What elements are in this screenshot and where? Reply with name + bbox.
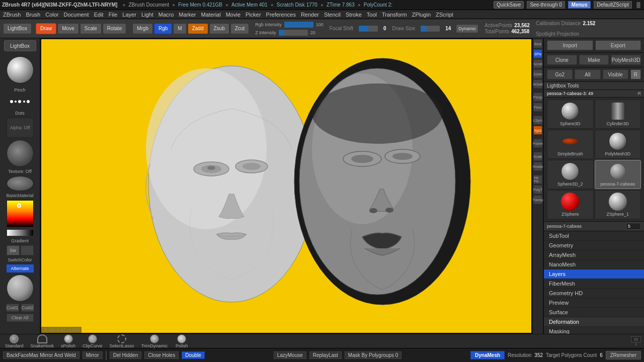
polymesh3d-button[interactable]: PolyMesh3D bbox=[611, 55, 641, 65]
spolish-brush[interactable]: sPolish bbox=[59, 334, 77, 348]
menu-movie[interactable]: Movie bbox=[226, 12, 240, 18]
import-button[interactable]: Import bbox=[547, 40, 593, 50]
zoom-button[interactable]: Zoom bbox=[533, 69, 542, 78]
best-button[interactable]: Best bbox=[533, 39, 542, 48]
texture-preview[interactable] bbox=[7, 140, 34, 167]
tool-name-input[interactable] bbox=[626, 223, 641, 230]
zcut-button[interactable]: Zcut bbox=[230, 23, 249, 34]
menu-layers[interactable]: Layers bbox=[544, 269, 644, 279]
quicksave-button[interactable]: QuickSave bbox=[494, 1, 524, 9]
menu-document[interactable]: Document bbox=[64, 12, 89, 18]
rgb-intensity-slider[interactable] bbox=[284, 21, 314, 28]
mask-polygroups-button[interactable]: Mask By Polygroups 0 bbox=[345, 351, 402, 359]
r-button[interactable]: R bbox=[630, 69, 641, 79]
clear-all-button[interactable]: Clear All bbox=[7, 314, 34, 322]
go2-button[interactable]: Go2 bbox=[547, 69, 573, 79]
lightbox-toggle[interactable]: LightBox bbox=[4, 40, 36, 51]
all-button[interactable]: All bbox=[575, 69, 600, 79]
polyt-button[interactable]: PolyT bbox=[533, 185, 542, 194]
dynmesh-button[interactable]: DynaMesh bbox=[470, 351, 505, 359]
zsub-button[interactable]: Zsub bbox=[209, 23, 229, 34]
clipcurve-brush[interactable]: ClipCurve bbox=[80, 334, 105, 348]
alternate-button[interactable]: Alternate bbox=[7, 264, 34, 273]
transp-button[interactable]: Transp bbox=[533, 195, 542, 204]
menu-transform[interactable]: Transform bbox=[382, 12, 407, 18]
close-holes-button[interactable]: Close Holes bbox=[144, 351, 179, 359]
menu-stencil[interactable]: Stencil bbox=[324, 12, 341, 18]
rotate-view-button[interactable]: Rotate bbox=[533, 162, 542, 171]
zadd-button[interactable]: Zadd bbox=[188, 23, 208, 34]
color-picker[interactable] bbox=[7, 200, 34, 227]
draw-mode-button[interactable]: Draw bbox=[36, 23, 56, 34]
menu-picker[interactable]: Picker bbox=[246, 12, 261, 18]
replay-last-button[interactable]: ReplayLast bbox=[309, 351, 342, 359]
tool-zsphere[interactable]: ZSphere bbox=[547, 190, 594, 219]
menu-arraymesh[interactable]: ArrayMesh bbox=[544, 250, 644, 260]
draw-size-slider[interactable] bbox=[420, 25, 440, 32]
tool-pessoa[interactable]: pessoa-7-cabeas bbox=[595, 160, 641, 189]
polish-brush[interactable]: Polish bbox=[173, 334, 191, 348]
del-hidden-button[interactable]: Del Hidden bbox=[110, 351, 141, 359]
menu-zscript[interactable]: ZScript bbox=[436, 12, 453, 18]
menu-render[interactable]: Render bbox=[301, 12, 319, 18]
gradient-bar[interactable] bbox=[7, 229, 34, 236]
switch-color-button[interactable]: Sw bbox=[7, 245, 20, 255]
tool-cylinder3d[interactable]: Cylinder3D bbox=[595, 100, 641, 129]
xyzz-button[interactable]: Xyzz bbox=[533, 126, 542, 135]
scroll-button[interactable]: Scroll bbox=[533, 59, 542, 68]
scale-mode-button[interactable]: Scale bbox=[80, 23, 102, 34]
menu-stroke[interactable]: Stroke bbox=[346, 12, 362, 18]
frame-button[interactable]: Frame bbox=[533, 139, 542, 148]
selectlasso-brush[interactable]: SelectLasso bbox=[108, 334, 136, 348]
menu-nanomesh[interactable]: NanoMesh bbox=[544, 260, 644, 269]
material-preview[interactable] bbox=[7, 176, 34, 191]
scale-view-button[interactable]: Scale bbox=[533, 152, 542, 161]
lsym-button[interactable]: LSym bbox=[533, 116, 542, 125]
cust2-button[interactable]: Cust2 bbox=[21, 304, 34, 312]
cust1-button[interactable]: Cust1 bbox=[6, 304, 19, 312]
doc-label[interactable]: ZBrush Document bbox=[128, 2, 169, 8]
persp-button[interactable]: Persp bbox=[533, 93, 542, 102]
inkfill-button[interactable]: Ink Fill bbox=[533, 175, 542, 184]
floor-button[interactable]: Floor bbox=[533, 103, 542, 112]
see-through-control[interactable]: See-through 0 bbox=[527, 1, 565, 9]
menu-layer[interactable]: Layer bbox=[122, 12, 136, 18]
backface-button[interactable]: BackFaceMas Mirror And Weld bbox=[3, 351, 79, 359]
tool-sphere3d[interactable]: Sphere3D bbox=[547, 100, 594, 129]
alpha-off[interactable]: Alpha: Off bbox=[7, 118, 34, 138]
tool-zsphere1[interactable]: ZSphere_1 bbox=[595, 190, 641, 219]
tool-simplebrush[interactable]: SimpleBrush bbox=[547, 130, 594, 159]
menus-button[interactable]: Menus bbox=[568, 1, 591, 9]
menu-fibermesh[interactable]: FiberMesh bbox=[544, 279, 644, 289]
menu-file[interactable]: File bbox=[109, 12, 118, 18]
menu-geometry-hd[interactable]: Geometry HD bbox=[544, 289, 644, 298]
actual-button[interactable]: Actual bbox=[533, 79, 542, 88]
spix-button[interactable]: SPix bbox=[533, 49, 542, 58]
canvas-area[interactable]: -0.181,0.47,-0.002 bbox=[40, 38, 532, 334]
dynamic-button[interactable]: Dynamic bbox=[456, 24, 478, 33]
move-mode-button[interactable]: Move bbox=[57, 23, 78, 34]
lazy-mouse-button[interactable]: LazyMouse bbox=[274, 351, 306, 359]
menu-preview[interactable]: Preview bbox=[544, 298, 644, 308]
snakehook-brush[interactable]: SnakeHook bbox=[29, 334, 56, 348]
clone-button[interactable]: Clone bbox=[547, 55, 577, 65]
menu-zbrush[interactable]: ZBrush bbox=[3, 12, 21, 18]
m-button[interactable]: M bbox=[173, 23, 186, 34]
menu-edit[interactable]: Edit bbox=[94, 12, 104, 18]
menu-brush[interactable]: Brush bbox=[26, 12, 40, 18]
menu-masking[interactable]: Masking bbox=[544, 327, 644, 334]
z-intensity-slider[interactable] bbox=[278, 29, 308, 36]
visible-button[interactable]: Visible bbox=[603, 69, 628, 79]
mrgb-button[interactable]: Mrgb bbox=[132, 23, 153, 34]
menu-tool[interactable]: Tool bbox=[367, 12, 377, 18]
lightbox-button[interactable]: LightBox bbox=[3, 23, 32, 34]
menu-zplugin[interactable]: ZPlugin bbox=[412, 12, 431, 18]
trimdynamic-brush[interactable]: TrimDynamic bbox=[139, 334, 170, 348]
export-button[interactable]: Export bbox=[595, 40, 641, 50]
rgb-button[interactable]: Rgb bbox=[154, 23, 172, 34]
tool-sphere3d-3[interactable]: Sphere3D_2 bbox=[547, 160, 594, 189]
menu-deformation[interactable]: Deformation bbox=[544, 317, 644, 327]
default-script-button[interactable]: DefaultZScript bbox=[594, 1, 631, 9]
color-box-fg[interactable] bbox=[21, 245, 34, 255]
menu-material[interactable]: Material bbox=[201, 12, 221, 18]
